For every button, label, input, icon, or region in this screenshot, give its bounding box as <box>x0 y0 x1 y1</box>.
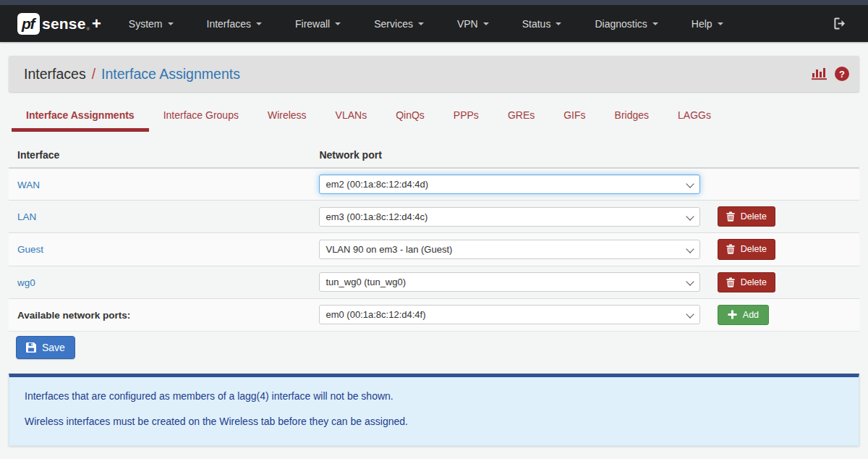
nav-item-label: Firewall <box>295 18 330 30</box>
chevron-down-icon <box>652 22 658 25</box>
trash-icon <box>726 211 735 222</box>
chevron-down-icon <box>418 22 424 25</box>
network-port-select-wrap: tun_wg0 (tun_wg0) <box>319 272 699 292</box>
table-row: Available network ports:em0 (00:1a:8c:12… <box>9 298 859 331</box>
delete-button[interactable]: Delete <box>718 206 775 227</box>
nav-item-firewall[interactable]: Firewall <box>284 5 352 42</box>
tab-bar: Interface AssignmentsInterface GroupsWir… <box>12 99 868 132</box>
chevron-down-icon <box>556 22 561 25</box>
status-monitoring-icon[interactable] <box>812 67 827 80</box>
interface-link-wan[interactable]: WAN <box>17 180 40 190</box>
chevron-down-icon <box>335 22 341 25</box>
interface-assignments-table: Interface Network port WANem2 (00:1a:8c:… <box>9 140 859 332</box>
delete-button-label: Delete <box>741 211 767 222</box>
column-header-network-port: Network port <box>310 140 708 168</box>
nav-item-system[interactable]: System <box>117 5 185 42</box>
save-button-label: Save <box>42 341 65 354</box>
interface-link-wg0[interactable]: wg0 <box>17 277 35 288</box>
tab-qinqs[interactable]: QinQs <box>381 99 439 132</box>
network-port-select[interactable]: VLAN 90 on em3 - lan (Guest) <box>319 240 699 259</box>
trash-icon <box>726 244 735 254</box>
column-header-interface: Interface <box>9 140 310 168</box>
column-header-actions <box>709 140 859 168</box>
nav-item-label: Help <box>692 18 712 30</box>
brand-plus-text: + <box>92 14 101 33</box>
pfsense-logo[interactable]: pf sense ® + <box>0 13 101 35</box>
breadcrumb: Interfaces / Interface Assignments ? <box>9 56 859 92</box>
network-port-select[interactable]: em3 (00:1a:8c:12:d4:4c) <box>319 207 699 227</box>
tab-laggs[interactable]: LAGGs <box>663 99 726 132</box>
network-port-select[interactable]: em0 (00:1a:8c:12:d4:4f) <box>319 305 699 324</box>
top-strip <box>0 0 868 5</box>
table-row: wg0tun_wg0 (tun_wg0)Delete <box>9 266 859 298</box>
delete-button-label: Delete <box>741 243 767 255</box>
info-note-text: Interfaces that are configured as member… <box>25 390 843 402</box>
add-button[interactable]: Add <box>718 305 769 325</box>
breadcrumb-section: Interfaces <box>24 66 86 83</box>
network-port-select[interactable]: tun_wg0 (tun_wg0) <box>319 272 699 292</box>
chevron-down-icon <box>168 22 174 25</box>
nav-item-interfaces[interactable]: Interfaces <box>195 5 273 42</box>
network-port-select-wrap: em0 (00:1a:8c:12:d4:4f) <box>319 305 699 324</box>
nav-item-label: VPN <box>457 18 478 30</box>
delete-button[interactable]: Delete <box>718 272 775 292</box>
tab-bridges[interactable]: Bridges <box>600 99 663 132</box>
nav-item-label: Diagnostics <box>595 18 647 30</box>
nav-item-diagnostics[interactable]: Diagnostics <box>583 5 669 42</box>
logout-button[interactable] <box>811 5 868 42</box>
chevron-down-icon <box>256 22 262 25</box>
add-button-label: Add <box>743 309 759 321</box>
nav-item-vpn[interactable]: VPN <box>446 5 501 42</box>
network-port-select-wrap: VLAN 90 on em3 - lan (Guest) <box>319 240 699 259</box>
table-row: GuestVLAN 90 on em3 - lan (Guest)Delete <box>9 233 859 266</box>
breadcrumb-separator: / <box>92 66 95 83</box>
chevron-down-icon <box>483 22 489 25</box>
table-row: LANem3 (00:1a:8c:12:d4:4c)Delete <box>9 201 859 233</box>
tab-vlans[interactable]: VLANs <box>321 99 382 132</box>
navbar-menu: SystemInterfacesFirewallServicesVPNStatu… <box>117 5 745 42</box>
tab-gres[interactable]: GREs <box>493 99 549 132</box>
help-icon[interactable]: ? <box>835 67 849 81</box>
nav-item-label: System <box>129 18 163 30</box>
tab-gifs[interactable]: GIFs <box>549 99 600 132</box>
nav-item-help[interactable]: Help <box>680 5 735 42</box>
nav-item-services[interactable]: Services <box>362 5 435 42</box>
nav-item-status[interactable]: Status <box>511 5 574 42</box>
nav-item-label: Services <box>374 18 413 30</box>
floppy-save-icon <box>26 342 36 353</box>
nav-item-label: Status <box>522 18 551 30</box>
sign-out-icon <box>833 17 846 30</box>
nav-item-label: Interfaces <box>207 18 251 30</box>
available-network-ports-label: Available network ports: <box>17 310 130 321</box>
table-header-row: Interface Network port <box>9 140 859 168</box>
interface-link-guest[interactable]: Guest <box>17 244 43 255</box>
network-port-select[interactable]: em2 (00:1a:8c:12:d4:4d) <box>319 174 699 194</box>
interface-link-lan[interactable]: LAN <box>17 211 36 222</box>
save-row: Save <box>16 336 868 359</box>
delete-button-label: Delete <box>741 277 767 288</box>
tab-interface-groups[interactable]: Interface Groups <box>149 99 253 132</box>
delete-button[interactable]: Delete <box>718 239 775 259</box>
network-port-select-wrap: em2 (00:1a:8c:12:d4:4d) <box>319 174 699 194</box>
breadcrumb-page-link[interactable]: Interface Assignments <box>101 66 240 83</box>
page-title: Interfaces / Interface Assignments <box>24 66 240 83</box>
tab-wireless[interactable]: Wireless <box>253 99 321 132</box>
tab-interface-assignments[interactable]: Interface Assignments <box>12 99 149 132</box>
save-button[interactable]: Save <box>16 336 75 359</box>
table-row: WANem2 (00:1a:8c:12:d4:4d) <box>9 168 859 201</box>
network-port-select-wrap: em3 (00:1a:8c:12:d4:4c) <box>319 207 699 227</box>
interface-assignments-table-wrap: Interface Network port WANem2 (00:1a:8c:… <box>9 140 859 332</box>
chevron-down-icon <box>718 22 723 25</box>
tab-ppps[interactable]: PPPs <box>439 99 493 132</box>
trash-icon <box>726 277 735 287</box>
main-navbar: pf sense ® + SystemInterfacesFirewallSer… <box>0 5 868 42</box>
brand-sense-text: sense <box>42 15 86 33</box>
info-note-text: Wireless interfaces must be created on t… <box>25 416 843 427</box>
info-note-panel: Interfaces that are configured as member… <box>9 374 859 446</box>
brand-registered-mark: ® <box>87 27 90 31</box>
plus-icon <box>728 310 737 319</box>
pf-logo-box: pf <box>17 13 40 35</box>
